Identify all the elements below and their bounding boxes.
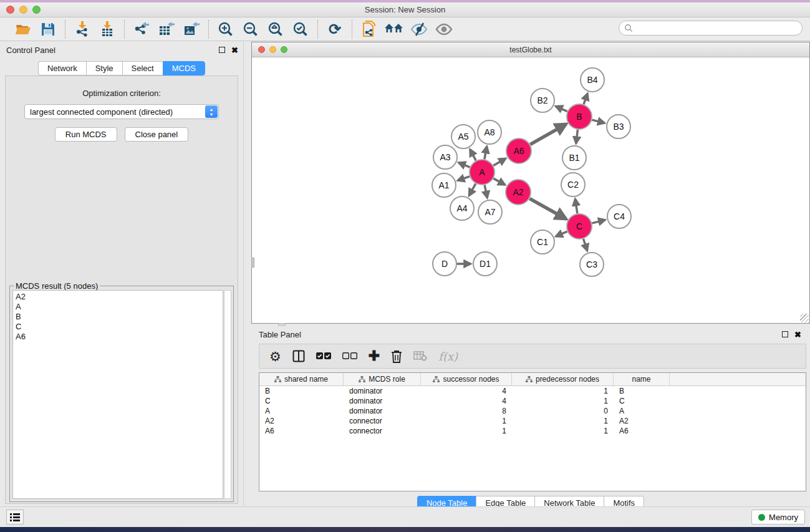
graph-node-A5[interactable]: A5 (451, 124, 476, 149)
table-cell[interactable]: 4 (421, 386, 512, 396)
mcds-result-list[interactable]: A2ABCA6 (12, 290, 223, 499)
result-list-item[interactable]: C (16, 322, 220, 332)
close-window-button[interactable] (6, 6, 14, 14)
table-row[interactable]: Cdominator41C (259, 396, 806, 406)
tab-select[interactable]: Select (122, 61, 163, 75)
table-cell[interactable]: A6 (614, 426, 670, 436)
table-settings-icon[interactable]: ⚙ (269, 348, 281, 364)
graph-node-C[interactable]: C (566, 213, 592, 239)
edge-A-A7[interactable] (485, 185, 487, 198)
column-header-successor-nodes[interactable]: successor nodes (421, 373, 512, 385)
open-file-icon[interactable] (12, 20, 34, 39)
graph-node-B4[interactable]: B4 (580, 67, 605, 92)
close-table-panel-icon[interactable]: ✖ (794, 331, 801, 339)
column-header-shared-name[interactable]: shared name (259, 373, 344, 385)
table-cell[interactable]: connector (344, 426, 421, 436)
table-cell[interactable]: A2 (614, 416, 670, 426)
graph-node-C4[interactable]: C4 (607, 204, 632, 229)
edge-C-C1[interactable] (556, 231, 567, 236)
edge-B-B2[interactable] (556, 106, 567, 111)
tab-network[interactable]: Network (38, 61, 86, 75)
graph-node-B[interactable]: B (566, 104, 592, 130)
edge-A2-C[interactable] (529, 198, 566, 219)
refresh-icon[interactable]: ⟳ (324, 20, 345, 39)
task-history-button[interactable] (6, 510, 24, 525)
edge-A-A8[interactable] (485, 147, 487, 160)
float-table-panel-icon[interactable] (782, 331, 788, 337)
zoom-fit-icon[interactable] (265, 20, 286, 39)
edge-A-A3[interactable] (458, 163, 470, 167)
result-list-item[interactable]: B (16, 312, 220, 322)
edge-A-A1[interactable] (458, 177, 470, 181)
zoom-selected-icon[interactable] (290, 20, 311, 39)
graph-node-C3[interactable]: C3 (579, 252, 604, 277)
tab-style[interactable]: Style (86, 61, 122, 75)
table-row[interactable]: Adominator80A (259, 406, 806, 416)
result-list-scrollbar[interactable] (224, 290, 231, 499)
deselect-all-columns-icon[interactable] (342, 348, 357, 364)
zoom-window-button[interactable] (32, 6, 41, 14)
graph-node-A[interactable]: A (469, 159, 495, 185)
close-panel-button[interactable]: Close panel (125, 127, 189, 142)
table-cell[interactable]: A6 (259, 426, 344, 436)
table-row[interactable]: A6connector11A6 (259, 426, 806, 436)
hide-selected-icon[interactable] (408, 20, 430, 39)
memory-button[interactable]: Memory (751, 510, 805, 525)
graph-node-B2[interactable]: B2 (530, 88, 555, 113)
table-row[interactable]: Bdominator41B (259, 386, 806, 396)
criterion-dropdown[interactable]: largest connected component (directed) ▲… (24, 104, 219, 119)
column-header-predecessor-nodes[interactable]: predecessor nodes (512, 373, 614, 385)
graph-node-D1[interactable]: D1 (473, 251, 498, 276)
table-cell[interactable]: 1 (512, 386, 614, 396)
tab-mcds[interactable]: MCDS (163, 61, 205, 75)
import-network-icon[interactable] (72, 20, 93, 39)
minimize-window-button[interactable] (19, 6, 27, 14)
edge-A-A2[interactable] (493, 178, 505, 185)
table-cell[interactable]: A (614, 406, 670, 416)
graph-node-C2[interactable]: C2 (561, 172, 586, 197)
table-cell[interactable]: 1 (512, 416, 614, 426)
edge-B-B1[interactable] (576, 130, 578, 143)
edge-C-C3[interactable] (584, 239, 587, 251)
edge-A6-B[interactable] (530, 124, 566, 145)
run-mcds-button[interactable]: Run MCDS (55, 127, 117, 142)
graph-node-A7[interactable]: A7 (478, 200, 503, 225)
graph-node-A2[interactable]: A2 (505, 179, 531, 205)
table-cell[interactable]: dominator (344, 396, 421, 406)
table-cell[interactable]: B (259, 386, 344, 396)
table-cell[interactable]: dominator (344, 386, 421, 396)
search-field[interactable] (619, 21, 803, 36)
import-table-icon[interactable] (97, 20, 118, 39)
graph-node-A3[interactable]: A3 (433, 145, 458, 170)
show-columns-icon[interactable] (292, 348, 305, 364)
result-list-item[interactable]: A2 (16, 292, 220, 302)
edge-B-B4[interactable] (584, 94, 587, 105)
zoom-in-icon[interactable] (215, 20, 236, 39)
add-row-icon[interactable]: ✚ (369, 348, 380, 364)
window-resize-grip[interactable] (800, 314, 809, 322)
table-row[interactable]: A2connector11A2 (259, 416, 806, 426)
node-table[interactable]: shared nameMCDS rolesuccessor nodesprede… (259, 372, 806, 491)
edge-B-B3[interactable] (592, 120, 604, 123)
table-cell[interactable]: C (259, 396, 344, 406)
graph-node-D[interactable]: D (432, 251, 457, 276)
edge-A-A5[interactable] (470, 149, 476, 160)
graph-node-A1[interactable]: A1 (432, 173, 456, 198)
function-builder-icon[interactable]: f(x) (438, 348, 458, 364)
table-cell[interactable]: 8 (421, 406, 512, 416)
network-window-titlebar[interactable]: testGlobe.txt (252, 42, 809, 57)
result-list-item[interactable]: A6 (16, 332, 220, 342)
table-cell[interactable]: connector (344, 416, 421, 426)
graph-node-A8[interactable]: A8 (477, 120, 502, 145)
table-cell[interactable]: C (614, 396, 670, 406)
table-cell[interactable]: 1 (421, 416, 512, 426)
first-neighbors-icon[interactable] (383, 20, 405, 39)
graph-node-A6[interactable]: A6 (506, 138, 532, 164)
show-all-icon[interactable] (433, 20, 455, 39)
search-input[interactable] (633, 24, 802, 32)
graph-node-B3[interactable]: B3 (606, 114, 631, 139)
export-table-icon[interactable] (156, 20, 177, 39)
delete-row-icon[interactable] (391, 348, 402, 364)
network-close-button[interactable] (258, 46, 265, 53)
graph-node-B1[interactable]: B1 (562, 145, 587, 170)
